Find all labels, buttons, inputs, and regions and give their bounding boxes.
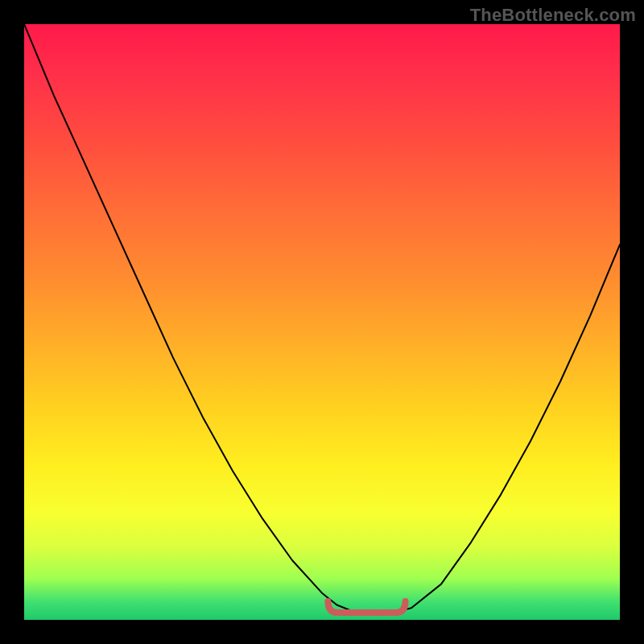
chart-stage: TheBottleneck.com	[0, 0, 644, 644]
watermark-credit: TheBottleneck.com	[470, 5, 636, 26]
minimum-marker	[328, 601, 405, 613]
plot-area	[24, 24, 620, 620]
bottleneck-curve	[24, 24, 620, 614]
chart-svg	[24, 24, 620, 620]
